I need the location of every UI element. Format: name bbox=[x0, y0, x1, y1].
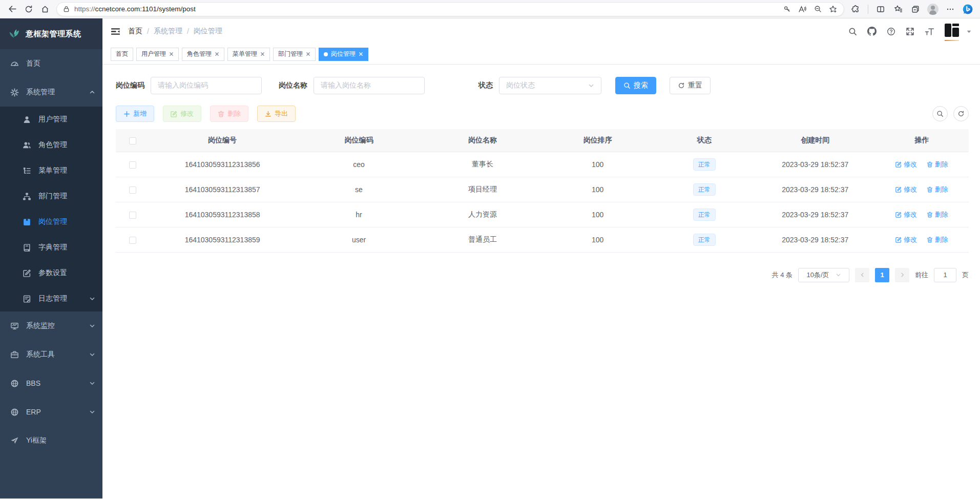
browser-back-icon[interactable] bbox=[4, 2, 20, 17]
post-name-label: 岗位名称 bbox=[279, 81, 307, 90]
tab-home[interactable]: 首页 bbox=[111, 48, 133, 61]
tab-users[interactable]: 用户管理 bbox=[136, 48, 179, 61]
sidebar-item-yi-framework[interactable]: Yi框架 bbox=[0, 426, 102, 455]
browser-refresh-icon[interactable] bbox=[20, 2, 37, 17]
add-favorite-star-icon[interactable] bbox=[825, 3, 841, 16]
chevron-down-icon bbox=[588, 82, 594, 89]
sidebar-item-label: ERP bbox=[26, 408, 41, 416]
sidebar-item-monitor[interactable]: 系统监控 bbox=[0, 311, 102, 340]
row-checkbox[interactable] bbox=[129, 161, 136, 169]
sidebar-item-parameters[interactable]: 参数设置 bbox=[0, 260, 102, 286]
sidebar-item-logs[interactable]: 日志管理 bbox=[0, 286, 102, 311]
row-edit-button[interactable]: 修改 bbox=[895, 235, 917, 244]
row-checkbox[interactable] bbox=[129, 237, 136, 244]
row-edit-button[interactable]: 修改 bbox=[895, 210, 917, 219]
sidebar-item-system[interactable]: 系统管理 bbox=[0, 78, 102, 107]
cell-created: 2023-03-29 18:52:37 bbox=[756, 202, 875, 227]
close-icon[interactable] bbox=[169, 52, 174, 56]
site-lock-icon[interactable] bbox=[63, 6, 70, 12]
sidebar-item-label: 系统工具 bbox=[26, 350, 55, 359]
caret-down-icon bbox=[966, 29, 972, 34]
search-button[interactable]: 搜索 bbox=[615, 77, 656, 94]
sidebar-item-label: 系统监控 bbox=[26, 321, 55, 330]
help-icon[interactable] bbox=[887, 27, 895, 36]
active-tab-dot bbox=[324, 52, 328, 56]
sidebar-item-menus[interactable]: 菜单管理 bbox=[0, 158, 102, 183]
export-button[interactable]: 导出 bbox=[257, 106, 296, 122]
app-logo[interactable]: 意框架管理系统 bbox=[0, 18, 102, 49]
collections-icon[interactable] bbox=[907, 2, 924, 17]
navbar-actions bbox=[848, 24, 972, 39]
edit-button[interactable]: 修改 bbox=[163, 106, 201, 122]
page-unit-label: 页 bbox=[962, 271, 969, 280]
profile-avatar[interactable] bbox=[925, 2, 941, 17]
fullscreen-icon[interactable] bbox=[906, 27, 914, 36]
bing-chat-icon[interactable] bbox=[960, 2, 976, 17]
top-navbar: 首页 / 系统管理 / 岗位管理 bbox=[102, 18, 980, 44]
page-1-button[interactable]: 1 bbox=[875, 268, 889, 282]
refresh-table-button[interactable] bbox=[953, 106, 969, 121]
row-checkbox[interactable] bbox=[129, 212, 136, 219]
favorites-hub-icon[interactable] bbox=[890, 2, 906, 17]
app-title: 意框架管理系统 bbox=[26, 29, 81, 39]
sidebar-item-roles[interactable]: 角色管理 bbox=[0, 132, 102, 158]
tab-posts[interactable]: 岗位管理 bbox=[319, 48, 368, 61]
row-delete-button[interactable]: 删除 bbox=[927, 235, 948, 244]
address-bar[interactable]: https://ccnetcore.com:1101/system/post bbox=[56, 2, 844, 16]
sidebar-item-erp[interactable]: ERP bbox=[0, 398, 102, 426]
browser-home-icon[interactable] bbox=[37, 2, 53, 17]
user-menu[interactable] bbox=[945, 24, 972, 39]
tab-roles[interactable]: 角色管理 bbox=[182, 48, 224, 61]
split-screen-icon[interactable] bbox=[872, 2, 889, 17]
row-delete-button[interactable]: 删除 bbox=[927, 210, 948, 219]
reset-button[interactable]: 重置 bbox=[670, 77, 711, 94]
close-icon[interactable] bbox=[260, 52, 265, 56]
sidebar-item-users[interactable]: 用户管理 bbox=[0, 107, 102, 132]
close-icon[interactable] bbox=[306, 52, 310, 56]
row-delete-button[interactable]: 删除 bbox=[927, 160, 948, 169]
breadcrumb-home[interactable]: 首页 bbox=[128, 27, 142, 36]
sidebar-item-label: 首页 bbox=[26, 59, 40, 68]
zoom-out-icon[interactable] bbox=[810, 3, 825, 16]
close-icon[interactable] bbox=[359, 52, 363, 56]
sidebar-item-bbs[interactable]: BBS bbox=[0, 369, 102, 398]
tab-departments[interactable]: 部门管理 bbox=[273, 48, 316, 61]
extensions-icon[interactable] bbox=[847, 2, 864, 17]
add-button[interactable]: 新增 bbox=[116, 106, 154, 122]
goto-label: 前往 bbox=[915, 271, 928, 280]
sidebar-item-departments[interactable]: 部门管理 bbox=[0, 183, 102, 209]
row-edit-button[interactable]: 修改 bbox=[895, 160, 917, 169]
close-icon[interactable] bbox=[215, 52, 219, 56]
select-all-checkbox[interactable] bbox=[129, 137, 136, 144]
sidebar-item-home[interactable]: 首页 bbox=[0, 49, 102, 78]
tab-bar: 首页 用户管理 角色管理 菜单管理 部门管理 岗位管理 bbox=[102, 44, 980, 65]
sidebar-item-tools[interactable]: 系统工具 bbox=[0, 340, 102, 369]
browser-menu-icon[interactable] bbox=[942, 2, 958, 17]
password-key-icon[interactable] bbox=[779, 3, 795, 16]
sidebar-item-posts[interactable]: 岗位管理 bbox=[0, 209, 102, 235]
main-panel: 首页 / 系统管理 / 岗位管理 bbox=[102, 18, 980, 498]
breadcrumb-current: 岗位管理 bbox=[194, 27, 222, 36]
sidebar-item-dictionary[interactable]: 字典管理 bbox=[0, 235, 102, 260]
github-icon[interactable] bbox=[867, 27, 877, 36]
header-search-icon[interactable] bbox=[848, 27, 857, 36]
row-delete-button[interactable]: 删除 bbox=[927, 185, 948, 194]
goto-page-input[interactable] bbox=[934, 268, 956, 282]
toggle-search-button[interactable] bbox=[932, 106, 948, 121]
prev-page-button[interactable] bbox=[855, 268, 869, 282]
post-name-input[interactable]: 请输入岗位名称 bbox=[314, 77, 425, 94]
chevron-down-icon bbox=[89, 409, 95, 415]
sidebar-fold-icon[interactable] bbox=[111, 27, 120, 36]
read-aloud-icon[interactable] bbox=[795, 3, 810, 16]
text-size-icon[interactable] bbox=[925, 27, 934, 36]
delete-button[interactable]: 删除 bbox=[210, 106, 248, 122]
menu-tree-icon bbox=[23, 167, 31, 175]
page-size-select[interactable]: 10条/页 bbox=[798, 268, 849, 282]
tab-menus[interactable]: 菜单管理 bbox=[227, 48, 270, 61]
post-code-input[interactable]: 请输入岗位编码 bbox=[151, 77, 262, 94]
user-avatar-logo bbox=[945, 24, 962, 39]
status-select[interactable]: 岗位状态 bbox=[499, 77, 601, 94]
row-checkbox[interactable] bbox=[129, 186, 136, 194]
next-page-button[interactable] bbox=[895, 268, 909, 282]
row-edit-button[interactable]: 修改 bbox=[895, 185, 917, 194]
